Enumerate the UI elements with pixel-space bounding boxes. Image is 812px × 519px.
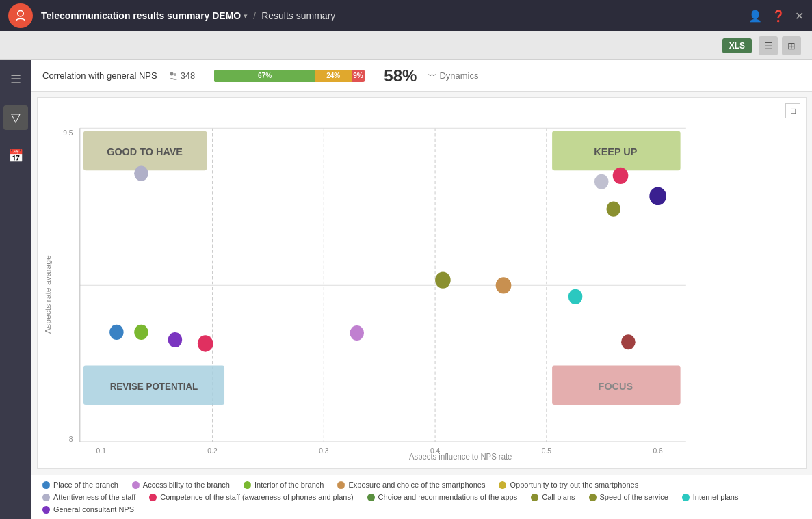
svg-text:0.2: 0.2	[207, 447, 217, 455]
svg-point-1	[170, 72, 173, 75]
nps-detractors-segment: 9%	[352, 70, 365, 82]
legend-label-choice: Choice and recommendations of the apps	[378, 493, 518, 501]
view-icons: ☰ ⊞	[759, 36, 801, 55]
legend-dot-internet	[682, 494, 690, 501]
nps-count-value: 348	[181, 70, 196, 81]
legend-label-interior: Interior of the branch	[254, 481, 324, 489]
xls-button[interactable]: XLS	[722, 38, 752, 53]
svg-text:8: 8	[69, 435, 73, 443]
legend-label-attentiveness: Attentiveness of the staff	[53, 493, 135, 501]
breadcrumb-subtitle: Results summary	[261, 10, 335, 21]
dot-internet-plans[interactable]	[568, 289, 583, 304]
dot-attentiveness[interactable]	[134, 166, 148, 181]
svg-text:0.5: 0.5	[542, 447, 551, 455]
dot-opportunity[interactable]	[613, 168, 629, 184]
scatter-chart: ⊟ Aspects rate avarage Aspects influence…	[37, 97, 807, 469]
trend-icon: 〰	[428, 70, 436, 81]
legend-item-general: General consultant NPS	[42, 505, 134, 514]
legend-item-internet: Internet plans	[682, 493, 739, 501]
svg-point-0	[18, 11, 23, 16]
legend-label-call-plans: Call plans	[542, 493, 575, 501]
legend-item-exposure: Exposure and choice of the smartphones	[337, 481, 485, 489]
chart-legend: Place of the branch Accessibility to the…	[31, 475, 812, 519]
user-icon[interactable]: 👤	[748, 10, 762, 23]
chart-svg: Aspects rate avarage Aspects influence t…	[38, 98, 806, 468]
app-title: Telecommunication results summary DEMO	[41, 10, 241, 21]
nps-count: 348	[168, 70, 196, 81]
legend-item-place-branch: Place of the branch	[42, 481, 118, 489]
dot-place-branch[interactable]	[109, 325, 124, 340]
app-logo[interactable]	[8, 3, 33, 28]
dot-general-consultant[interactable]	[168, 332, 183, 347]
svg-text:0.6: 0.6	[653, 447, 662, 455]
dot-speed[interactable]	[606, 202, 620, 217]
svg-text:0.4: 0.4	[430, 447, 440, 455]
x-axis-label: Aspects influence to NPS rate	[409, 451, 512, 460]
breadcrumb-separator: /	[253, 10, 256, 21]
top-nav-icons: 👤 ❓ ✕	[748, 10, 804, 23]
legend-dot-opportunity	[499, 481, 506, 489]
legend-dot-accessibility	[132, 481, 140, 489]
svg-text:KEEP UP: KEEP UP	[594, 146, 637, 158]
people-icon	[168, 71, 178, 81]
svg-text:9.5: 9.5	[63, 129, 73, 137]
dot-call-plans[interactable]	[435, 271, 451, 288]
legend-dot-general	[42, 506, 50, 514]
legend-label-general: General consultant NPS	[53, 505, 134, 514]
dot-accessibility[interactable]	[350, 325, 364, 341]
nps-bar: Correlation with general NPS 348 67% 24%…	[31, 60, 812, 92]
dot-extra1[interactable]	[649, 187, 666, 206]
legend-item-speed: Speed of the service	[589, 493, 668, 501]
dropdown-chevron[interactable]: ▾	[244, 12, 248, 21]
legend-label-accessibility: Accessibility to the branch	[143, 481, 230, 489]
legend-dot-attentiveness	[42, 494, 50, 501]
close-icon[interactable]: ✕	[795, 10, 804, 23]
legend-dot-interior	[244, 481, 251, 489]
legend-label-place-branch: Place of the branch	[53, 481, 118, 489]
y-axis-label: Aspects rate avarage	[43, 255, 52, 334]
legend-item-choice: Choice and recommendations of the apps	[367, 493, 518, 501]
legend-dot-speed	[589, 494, 597, 501]
legend-item-call-plans: Call plans	[531, 493, 575, 501]
legend-item-competence: Competence of the staff (awareness of ph…	[149, 493, 353, 501]
dot-extra2[interactable]	[621, 334, 636, 349]
dot-competence[interactable]	[198, 335, 213, 351]
legend-label-opportunity: Opportunity to try out the smartphones	[510, 481, 638, 489]
dot-interior[interactable]	[134, 325, 148, 340]
nps-progress-bar: 67% 24% 9%	[214, 70, 365, 82]
dynamics-button[interactable]: 〰 Dynamics	[428, 70, 478, 81]
svg-text:0.3: 0.3	[319, 447, 328, 455]
second-nav: XLS ☰ ⊞	[0, 31, 812, 60]
list-view-button[interactable]: ☰	[759, 36, 778, 55]
legend-dot-call-plans	[531, 494, 538, 501]
svg-text:0.1: 0.1	[96, 447, 106, 455]
sidebar: ☰ ▽ 📅	[0, 60, 31, 519]
sidebar-menu-icon[interactable]: ☰	[3, 67, 28, 92]
help-icon[interactable]: ❓	[772, 10, 785, 23]
legend-item-interior: Interior of the branch	[244, 481, 324, 489]
main-content: Correlation with general NPS 348 67% 24%…	[31, 60, 812, 519]
legend-item-attentiveness: Attentiveness of the staff	[42, 493, 135, 501]
main-layout: ☰ ▽ 📅 Correlation with general NPS 348 6…	[0, 60, 812, 519]
legend-label-competence: Competence of the staff (awareness of ph…	[160, 493, 353, 501]
legend-label-exposure: Exposure and choice of the smartphones	[348, 481, 485, 489]
sidebar-filter-icon[interactable]: ▽	[3, 105, 28, 130]
legend-item-opportunity: Opportunity to try out the smartphones	[499, 481, 638, 489]
legend-dot-competence	[149, 494, 157, 501]
legend-dot-place-branch	[42, 481, 50, 489]
svg-text:GOOD TO HAVE: GOOD TO HAVE	[107, 146, 183, 158]
legend-label-internet: Internet plans	[693, 493, 739, 501]
nps-passives-segment: 24%	[315, 70, 352, 82]
legend-dot-exposure	[337, 481, 345, 489]
legend-dot-choice	[367, 494, 375, 501]
svg-text:FOCUS: FOCUS	[599, 380, 633, 392]
svg-text:REVISE POTENTIAL: REVISE POTENTIAL	[110, 381, 198, 392]
breadcrumb: Telecommunication results summary DEMO ▾…	[41, 10, 748, 21]
grid-view-button[interactable]: ⊞	[782, 36, 801, 55]
dot-exposure[interactable]	[496, 277, 512, 293]
svg-point-2	[174, 73, 176, 76]
sidebar-calendar-icon[interactable]: 📅	[3, 144, 28, 168]
dot-choice[interactable]	[594, 174, 609, 189]
legend-item-accessibility: Accessibility to the branch	[132, 481, 230, 489]
nps-label: Correlation with general NPS	[42, 70, 157, 81]
